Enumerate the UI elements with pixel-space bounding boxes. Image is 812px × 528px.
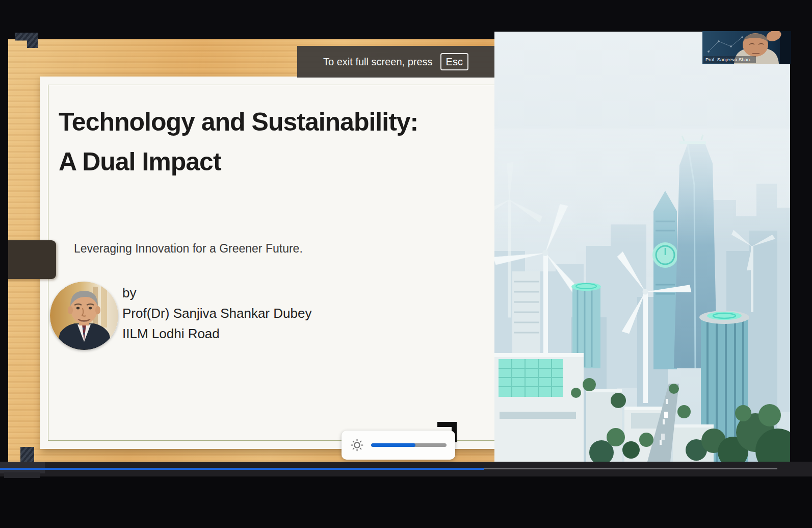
playback-progress-track[interactable] bbox=[0, 468, 484, 470]
author-name: Prof(Dr) Sanjiva Shankar Dubey bbox=[122, 303, 311, 323]
slide-title: Technology and Sustainability: A Dual Im… bbox=[59, 102, 472, 182]
meeting-fullscreen-view: Technology and Sustainability: A Dual Im… bbox=[0, 0, 812, 528]
slide-title-line2: A Dual Impact bbox=[59, 142, 472, 182]
slide-subtitle: Leveraging Innovation for a Greener Futu… bbox=[74, 242, 303, 256]
brightness-control[interactable] bbox=[342, 431, 455, 460]
bottom-letterbox bbox=[0, 476, 812, 528]
city-illustration bbox=[494, 32, 790, 462]
washi-tape-bottom-decoration bbox=[20, 447, 34, 462]
presenter-webcam-thumbnail[interactable]: Prof. Sanjeeva Shan... bbox=[702, 31, 791, 64]
playback-progress-fill bbox=[0, 468, 484, 470]
bottom-bar-control-remnant-small bbox=[4, 472, 40, 478]
slide-side-tab-decoration bbox=[8, 240, 56, 279]
brightness-fill bbox=[371, 443, 415, 447]
atmospheric-haze bbox=[494, 129, 790, 246]
bottom-player-bar bbox=[0, 462, 812, 476]
playback-progress-remaining bbox=[484, 468, 777, 469]
shared-slide-left-half: Technology and Sustainability: A Dual Im… bbox=[8, 32, 494, 462]
shared-slide-city-image bbox=[494, 32, 790, 462]
participant-name-label: Prof. Sanjeeva Shan... bbox=[703, 56, 756, 63]
exit-fullscreen-text: To exit full screen, press bbox=[323, 56, 433, 68]
author-portrait bbox=[50, 282, 118, 350]
author-block: by Prof(Dr) Sanjiva Shankar Dubey IILM L… bbox=[122, 283, 311, 344]
sun-icon bbox=[350, 438, 364, 452]
esc-key: Esc bbox=[440, 53, 468, 70]
byline-prefix: by bbox=[122, 283, 311, 303]
exit-fullscreen-banner: To exit full screen, press Esc bbox=[297, 46, 494, 78]
author-institution: IILM Lodhi Road bbox=[122, 323, 311, 344]
slide-title-line1: Technology and Sustainability: bbox=[59, 102, 472, 142]
brightness-slider[interactable] bbox=[371, 443, 447, 447]
author-portrait-image bbox=[50, 282, 118, 350]
